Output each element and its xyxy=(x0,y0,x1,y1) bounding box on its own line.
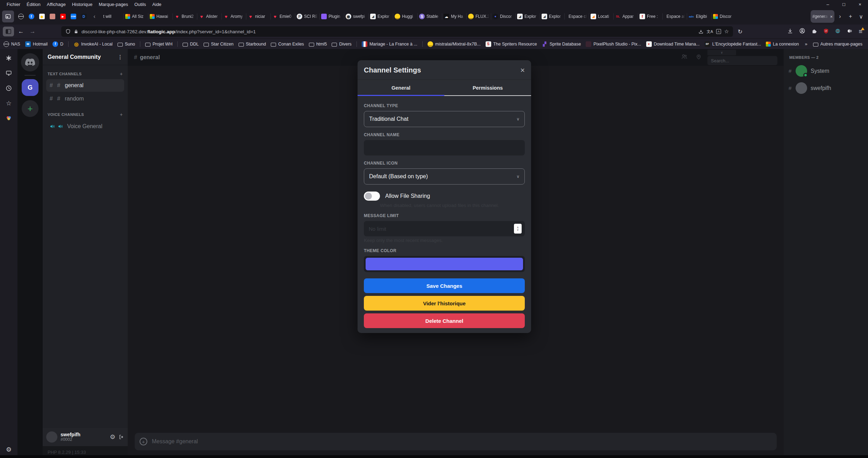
bookmark-item[interactable]: ◎InvokeAI - Local xyxy=(73,41,113,47)
delete-channel-button[interactable]: Delete Channel xyxy=(364,313,525,328)
logout-icon[interactable] xyxy=(119,434,124,440)
browser-tab[interactable]: ♥Aromy xyxy=(221,10,246,23)
discord-home-button[interactable] xyxy=(21,53,39,71)
browser-tab[interactable]: ◢Explor xyxy=(540,10,564,23)
add-text-channel-button[interactable]: + xyxy=(120,71,123,77)
voice-channel-item[interactable]: Voice General xyxy=(46,120,124,132)
browser-tab[interactable]: ◢Locati xyxy=(589,10,613,23)
bookmark-item[interactable]: ▞Sprite Database xyxy=(542,41,581,47)
bookmark-item[interactable]: html5 xyxy=(309,42,327,47)
extensions-puzzle-icon[interactable] xyxy=(811,28,817,35)
browser-tab[interactable]: ☁My Ha xyxy=(442,10,466,23)
browser-tab[interactable]: ‿Huggi xyxy=(393,10,417,23)
server-header[interactable]: General Community ⋮ xyxy=(43,49,128,65)
clear-history-button[interactable]: Vider l'historique xyxy=(364,296,525,311)
bookmark-star-icon[interactable]: ☆ xyxy=(724,28,729,35)
browser-tab[interactable]: Espace ab xyxy=(662,10,687,23)
browser-tab[interactable]: SStable xyxy=(417,10,442,23)
ublock-icon[interactable]: u0 xyxy=(823,28,829,35)
bookmark-item[interactable]: ‿mistralai/Mixtral-8x7B... xyxy=(428,41,481,47)
add-server-button[interactable]: + xyxy=(22,100,38,117)
maximize-button[interactable]: □ xyxy=(836,0,852,8)
ai-chat-icon[interactable] xyxy=(5,55,12,62)
message-input[interactable] xyxy=(152,438,772,445)
downloads-icon[interactable] xyxy=(787,28,793,35)
translate-icon[interactable]: 文A xyxy=(707,29,713,34)
forward-button[interactable]: → xyxy=(28,28,37,35)
list-tabs-button[interactable]: ∨ xyxy=(856,13,866,20)
menubar-item[interactable]: Outils xyxy=(131,1,149,8)
close-button[interactable]: × xyxy=(852,0,868,8)
bookmark-item[interactable]: DDL xyxy=(183,42,199,47)
tab-close-icon[interactable]: × xyxy=(830,14,833,19)
bookmark-item[interactable]: PixelPlush Studio - Pix... xyxy=(586,41,641,47)
tab-permissions[interactable]: Permissions xyxy=(444,80,531,96)
active-tab[interactable]: #genera × xyxy=(811,10,834,23)
pinned-tab[interactable]: D xyxy=(79,11,89,22)
message-limit-input[interactable] xyxy=(364,221,525,236)
new-tab-button[interactable]: + xyxy=(846,13,855,20)
bookmark-item[interactable]: La connexion Wifi et E... xyxy=(766,42,799,47)
bookmark-item[interactable]: NAS xyxy=(3,41,20,47)
browser-tab[interactable]: ♥Emie0 xyxy=(270,10,295,23)
number-spinner[interactable]: ∧∨ xyxy=(514,224,522,234)
menubar-item[interactable]: Affichage xyxy=(44,1,69,8)
sidebar-toggle-button[interactable] xyxy=(3,27,14,36)
attach-plus-icon[interactable]: + xyxy=(140,438,147,445)
search-input[interactable] xyxy=(707,56,777,65)
browser-tab[interactable]: ◉swefpi xyxy=(344,10,368,23)
theme-color-field[interactable] xyxy=(364,256,525,272)
members-toggle-icon[interactable] xyxy=(681,53,688,62)
browser-tab[interactable]: Espace clie xyxy=(564,10,589,23)
menubar-item[interactable]: Édition xyxy=(23,1,44,8)
browser-tab[interactable]: t will xyxy=(99,10,124,23)
reload-button[interactable]: ↻ xyxy=(735,28,744,35)
bookmark-item[interactable]: ✉Hotmail xyxy=(25,41,48,47)
header-collapsed-select[interactable]: ∨ xyxy=(707,50,736,55)
url-bar[interactable]: discord-like-php-chat-7262.dev.flatlogic… xyxy=(61,26,733,37)
bookmark-item[interactable]: Projet WH xyxy=(145,42,172,47)
menubar-item[interactable]: Historique xyxy=(69,1,96,8)
bookmarks-overflow-chevron[interactable]: » xyxy=(799,41,813,47)
save-changes-button[interactable]: Save Changes xyxy=(364,278,525,293)
browser-tab[interactable]: ♥Alister xyxy=(197,10,221,23)
member-row[interactable]: #System xyxy=(784,62,868,79)
back-button[interactable]: ← xyxy=(16,28,26,35)
browser-tab[interactable]: All Siz xyxy=(124,10,148,23)
menubar-item[interactable]: Marque-pages xyxy=(96,1,131,8)
screen-share-icon[interactable] xyxy=(5,70,12,77)
pinned-tab[interactable] xyxy=(48,11,57,22)
browser-tab[interactable]: ‿FLUX.2 xyxy=(466,10,491,23)
browser-tab[interactable]: Plugin xyxy=(319,10,344,23)
bookmark-item[interactable]: SThe Spriters Resource xyxy=(486,41,537,47)
pin-icon[interactable] xyxy=(696,54,702,61)
extension-avatar-icon[interactable] xyxy=(835,28,841,35)
browser-tab[interactable]: ●Discor xyxy=(491,10,515,23)
firefox-view-button[interactable] xyxy=(2,11,14,22)
menu-hamburger-icon[interactable]: ≡ xyxy=(859,28,862,35)
bookmark-item[interactable]: ♥Download Time Mana... xyxy=(646,41,700,47)
other-bookmarks[interactable]: Autres marque-pages xyxy=(813,42,865,47)
save-page-icon[interactable] xyxy=(698,29,704,34)
extension-circles-icon[interactable] xyxy=(847,28,853,35)
pinned-tab[interactable]: ▶ xyxy=(58,11,68,22)
add-voice-channel-button[interactable]: + xyxy=(120,112,123,117)
bookmark-item[interactable]: EFL'Encyclopédie Fantast... xyxy=(705,41,761,47)
bookmark-item[interactable]: fD xyxy=(52,41,63,47)
channel-icon-select[interactable]: Default (Based on type) ∨ xyxy=(364,168,525,185)
browser-tab[interactable]: ♥niciar xyxy=(246,10,270,23)
user-settings-gear-icon[interactable]: ⚙ xyxy=(110,433,115,441)
browser-tab[interactable]: SLAppar xyxy=(613,10,638,23)
bookmark-item[interactable]: Suno xyxy=(118,42,135,47)
browser-tab[interactable]: PSCI RE xyxy=(295,10,319,23)
history-clock-icon[interactable] xyxy=(5,85,12,92)
scroll-tabs-left-button[interactable]: ‹ xyxy=(91,13,98,20)
channel-item-general[interactable]: # #general xyxy=(46,79,124,92)
server-button-general-community[interactable]: G xyxy=(22,79,38,96)
bookmarks-star-icon[interactable]: ☆ xyxy=(5,100,12,107)
member-row[interactable]: #swefpifh xyxy=(784,79,868,97)
tab-general[interactable]: General xyxy=(358,80,444,96)
browser-tab[interactable]: ◢Explor xyxy=(368,10,393,23)
browser-tab[interactable]: adnEligibi xyxy=(687,10,711,23)
scroll-tabs-right-button[interactable]: › xyxy=(835,13,845,20)
